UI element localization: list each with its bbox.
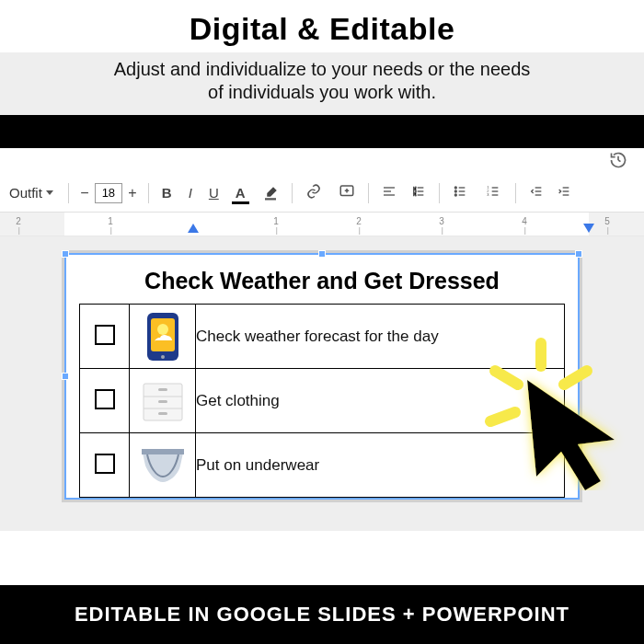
divider-bar-top (0, 115, 644, 148)
ruler-tick: 5 (604, 216, 610, 226)
decrease-indent-button[interactable] (525, 182, 547, 203)
svg-point-36 (161, 355, 165, 359)
table-row[interactable]: Put on underwear (80, 433, 565, 498)
ruler-tick: 4 (522, 216, 527, 226)
table-row[interactable]: Get clothing (80, 369, 565, 433)
toolbar-separator (68, 183, 69, 203)
ruler-tick: 1 (108, 216, 113, 226)
checkbox[interactable] (95, 389, 115, 409)
toolbar-separator (368, 183, 369, 203)
svg-rect-42 (158, 412, 167, 415)
ruler-tick: 2 (16, 216, 21, 226)
highlight-color-button[interactable] (259, 183, 282, 203)
font-size-decrease[interactable]: − (78, 185, 91, 201)
svg-text:3: 3 (487, 192, 489, 197)
phone-weather-icon (138, 311, 188, 362)
table-row[interactable]: Check weather forecast for the day (80, 305, 565, 369)
version-history-icon[interactable] (609, 151, 627, 173)
bold-button[interactable]: B (158, 183, 176, 202)
row-text[interactable]: Check weather forecast for the day (196, 328, 439, 345)
font-size-input[interactable] (95, 183, 122, 203)
font-size-increase[interactable]: + (126, 185, 139, 201)
svg-rect-2 (265, 198, 276, 200)
svg-marker-31 (188, 224, 199, 233)
promo-title: Digital & Editable (0, 11, 644, 47)
insert-comment-button[interactable] (335, 181, 359, 204)
paragraph-style-value: Outfit (9, 185, 42, 201)
ruler-tick: 3 (439, 216, 444, 226)
toolbar-separator (292, 183, 293, 203)
document-canvas[interactable]: Check Weather and Get Dressed Check weat… (0, 236, 644, 531)
formatting-toolbar: Outfit − + B I U A (0, 176, 644, 213)
paragraph-style-dropdown[interactable]: Outfit (4, 183, 59, 202)
resize-handle[interactable] (62, 373, 69, 380)
insert-link-button[interactable] (302, 181, 326, 204)
row-text[interactable]: Get clothing (196, 392, 280, 409)
svg-point-14 (454, 190, 456, 192)
bulleted-list-button[interactable] (449, 182, 473, 203)
numbered-list-button[interactable]: 123 (482, 182, 506, 203)
row-text[interactable]: Put on underwear (196, 456, 319, 474)
resize-handle[interactable] (575, 250, 582, 258)
document-title[interactable]: Check Weather and Get Dressed (79, 262, 565, 304)
selected-text-frame[interactable]: Check Weather and Get Dressed Check weat… (64, 253, 580, 500)
svg-rect-40 (158, 388, 167, 391)
resize-handle[interactable] (62, 250, 69, 258)
editor-window: Outfit − + B I U A (0, 148, 644, 531)
svg-point-35 (157, 324, 168, 335)
checklist-table[interactable]: Check weather forecast for the day Get c… (79, 304, 565, 498)
svg-point-15 (454, 194, 456, 196)
underwear-icon (138, 440, 188, 491)
bottom-banner: EDITABLE IN GOOGLE SLIDES + POWERPOINT (0, 585, 644, 644)
ruler-tick: 2 (356, 216, 362, 226)
chevron-down-icon (46, 190, 53, 195)
svg-marker-32 (583, 224, 594, 233)
dresser-icon (138, 375, 188, 427)
resize-handle[interactable] (318, 250, 326, 258)
text-color-button[interactable]: A (232, 183, 249, 202)
promo-subtitle-line-1: Adjust and individualize to your needs o… (37, 58, 607, 81)
ruler-right-indent-marker[interactable] (583, 224, 594, 235)
line-spacing-button[interactable] (408, 182, 430, 203)
promo-header: Digital & Editable Adjust and individual… (0, 0, 644, 115)
align-dropdown[interactable] (378, 182, 402, 203)
toolbar-separator (515, 183, 516, 203)
underline-button[interactable]: U (205, 183, 223, 202)
increase-indent-button[interactable] (553, 182, 575, 203)
toolbar-separator (148, 183, 149, 203)
checkbox[interactable] (95, 454, 115, 474)
promo-subtitle-line-2: of individuals you work with. (37, 81, 607, 104)
svg-line-1 (618, 160, 621, 162)
italic-button[interactable]: I (185, 183, 196, 202)
bottom-banner-text: EDITABLE IN GOOGLE SLIDES + POWERPOINT (75, 603, 569, 627)
resize-handle[interactable] (575, 373, 582, 380)
horizontal-ruler[interactable]: 2 1 1 2 3 4 5 (0, 213, 644, 236)
ruler-tick: 1 (273, 216, 279, 226)
svg-point-13 (454, 187, 456, 189)
checkbox[interactable] (95, 325, 115, 345)
ruler-indent-marker[interactable] (188, 224, 199, 235)
svg-rect-41 (158, 400, 167, 403)
toolbar-separator (439, 183, 440, 203)
